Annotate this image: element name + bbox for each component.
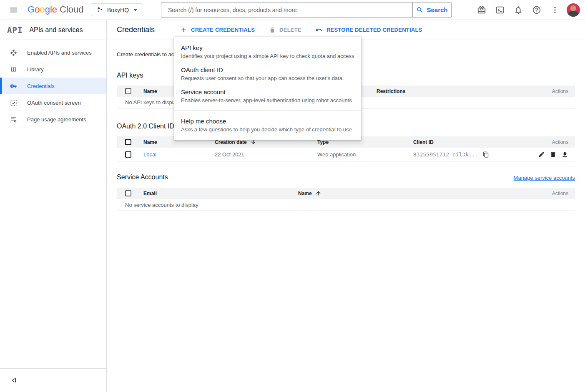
menu-item-service-account[interactable]: Service account Enables server-to-server…	[174, 85, 361, 107]
service-accounts-table: Email Name Actions No service accounts t…	[117, 188, 575, 211]
notifications-bell-icon[interactable]	[509, 1, 527, 19]
menu-item-title: Service account	[181, 88, 354, 95]
more-options-icon[interactable]	[546, 1, 564, 19]
sidebar-footer	[0, 368, 106, 392]
download-icon[interactable]	[561, 151, 568, 158]
service-accounts-heading: Service Accounts	[117, 173, 168, 181]
select-all-checkbox[interactable]	[125, 190, 131, 196]
client-id-value: 83255951712-eil3k...	[413, 151, 479, 158]
sidebar-item-label: Enabled APIs and services	[27, 50, 92, 56]
restore-deleted-credentials-button[interactable]: RESTORE DELETED CREDENTIALS	[315, 26, 422, 34]
row-checkbox[interactable]	[125, 151, 131, 158]
plus-icon	[180, 26, 187, 33]
empty-row: No service accounts to display	[117, 199, 575, 211]
search-button-label: Search	[427, 6, 447, 13]
sidebar-title: APIs and services	[29, 26, 83, 34]
sidebar-item-page-usage[interactable]: Page usage agreements	[0, 111, 106, 128]
column-name-label: Name	[298, 191, 312, 196]
api-keys-empty-text: No API keys to display	[125, 99, 179, 106]
avatar-head	[570, 5, 576, 11]
logo-cloud-text: Cloud	[60, 4, 83, 15]
help-icon[interactable]	[527, 1, 546, 19]
sidebar-nav: Enabled APIs and services Library Creden…	[0, 40, 106, 128]
menu-item-help-me-choose[interactable]: Help me choose Asks a few questions to h…	[174, 114, 361, 136]
consent-screen-icon	[10, 99, 17, 106]
search-button[interactable]: Search	[412, 2, 452, 18]
menu-divider	[174, 110, 361, 111]
select-all-checkbox[interactable]	[125, 88, 131, 94]
top-bar: Google Cloud BoxyHQ Search	[0, 0, 585, 20]
project-name: BoxyHQ	[107, 7, 129, 13]
sidebar-item-enabled-apis[interactable]: Enabled APIs and services	[0, 44, 106, 61]
chevron-down-icon	[133, 9, 138, 11]
sidebar-item-credentials[interactable]: Credentials	[0, 78, 106, 94]
collapse-sidebar-icon[interactable]	[10, 377, 18, 384]
sidebar-header: API APIs and services	[0, 20, 106, 40]
trash-icon	[269, 27, 276, 33]
avatar-body	[568, 11, 579, 17]
sort-ascending-icon	[315, 190, 321, 196]
gift-icon[interactable]	[472, 1, 491, 19]
column-actions: Actions	[552, 191, 568, 196]
service-accounts-empty-text: No service accounts to display	[125, 202, 198, 208]
client-name-link[interactable]: Local	[143, 151, 156, 158]
menu-item-title: API key	[181, 44, 354, 51]
dashboard-icon	[10, 49, 17, 56]
service-accounts-header-row: Service Accounts Manage service accounts	[117, 173, 575, 181]
copy-icon[interactable]	[483, 151, 489, 158]
column-email: Email	[143, 191, 298, 196]
column-name[interactable]: Name	[298, 190, 552, 196]
library-icon	[10, 66, 17, 73]
menu-item-description: Identifies your project using a simple A…	[181, 53, 354, 59]
logo-letter: o	[35, 4, 40, 15]
project-selector[interactable]: BoxyHQ	[91, 3, 143, 16]
page-title: Credentials	[117, 25, 155, 34]
sidebar-item-label: Page usage agreements	[27, 116, 86, 123]
table-header: Email Name Actions	[117, 188, 575, 199]
cloud-shell-icon[interactable]	[491, 1, 509, 19]
menu-item-oauth-client-id[interactable]: OAuth client ID Requests user consent so…	[174, 63, 361, 85]
topbar-actions	[472, 0, 585, 20]
undo-icon	[315, 26, 323, 34]
menu-item-api-key[interactable]: API key Identifies your project using a …	[174, 40, 361, 63]
delete-button[interactable]: DELETE	[269, 27, 301, 33]
column-actions: Actions	[552, 139, 568, 145]
manage-service-accounts-link[interactable]: Manage service accounts	[514, 175, 575, 181]
logo-letter: G	[28, 4, 35, 15]
agreements-icon	[10, 116, 17, 123]
menu-item-description: Asks a few questions to help you decide …	[181, 126, 354, 133]
menu-icon[interactable]	[9, 5, 18, 15]
google-cloud-logo: Google Cloud	[28, 4, 84, 15]
column-client-id: Client ID	[413, 139, 552, 145]
restore-label: RESTORE DELETED CREDENTIALS	[326, 27, 422, 33]
search-input[interactable]	[161, 2, 412, 18]
edit-icon[interactable]	[538, 151, 545, 158]
oauth-clients-table: Name Creation date Type Client ID Action…	[117, 136, 575, 161]
logo-letter: o	[40, 4, 45, 15]
logo-letter: e	[52, 4, 57, 15]
search-bar: Search	[161, 2, 452, 18]
sidebar-item-oauth-consent[interactable]: OAuth consent screen	[0, 94, 106, 111]
menu-item-title: OAuth client ID	[181, 66, 354, 73]
create-credentials-menu: API key Identifies your project using a …	[174, 37, 361, 140]
table-row: Local 22 Oct 2021 Web application 832559…	[117, 148, 575, 161]
avatar[interactable]	[567, 3, 580, 17]
column-actions: Actions	[552, 88, 568, 94]
logo-letter: g	[45, 4, 50, 15]
create-credentials-button[interactable]: CREATE CREDENTIALS	[180, 26, 255, 33]
select-all-checkbox[interactable]	[125, 139, 131, 145]
sidebar-item-library[interactable]: Library	[0, 61, 106, 78]
type-cell: Web application	[317, 151, 413, 158]
menu-item-description: Requests user consent so that your app c…	[181, 75, 354, 81]
key-icon	[10, 83, 17, 90]
menu-item-description: Enables server-to-server, app-level auth…	[181, 97, 354, 103]
sidebar-item-label: Library	[27, 66, 44, 73]
delete-icon[interactable]	[550, 151, 557, 158]
delete-label: DELETE	[279, 27, 301, 33]
sidebar-item-label: Credentials	[27, 83, 55, 89]
search-icon	[416, 6, 424, 14]
creation-date-cell: 22 Oct 2021	[215, 151, 317, 158]
menu-item-title: Help me choose	[181, 118, 354, 125]
sidebar-item-label: OAuth consent screen	[27, 100, 81, 106]
column-restrictions: Restrictions	[377, 88, 552, 94]
